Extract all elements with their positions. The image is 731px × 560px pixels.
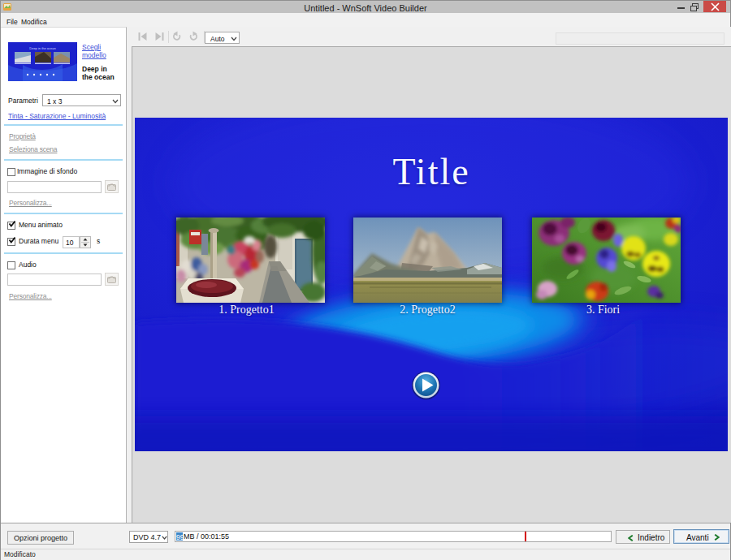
svg-text:Deep in the ocean: Deep in the ocean	[29, 46, 55, 50]
